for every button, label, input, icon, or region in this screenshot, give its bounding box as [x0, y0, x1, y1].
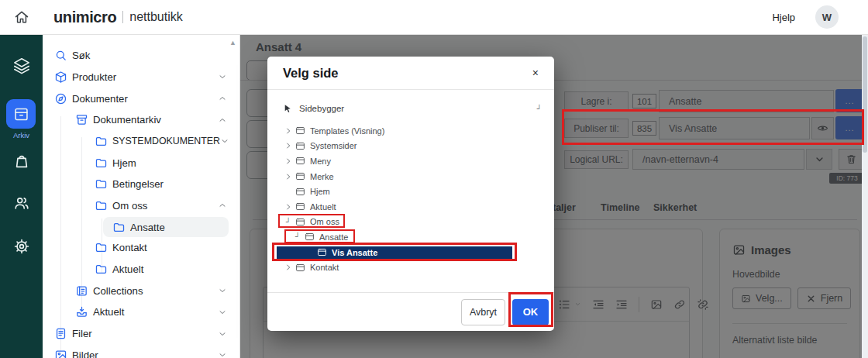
nav-item-hjem[interactable]: Hjem [43, 152, 239, 174]
tree-item-label: Templates (Visning) [310, 126, 384, 136]
shopping-bag-icon[interactable] [13, 153, 30, 170]
tree-item-hjem[interactable]: Hjem [267, 184, 554, 199]
page-icon [295, 217, 305, 227]
page-icon [295, 263, 305, 273]
nav-item-label: Bilder [72, 349, 98, 358]
nav-item-bilder[interactable]: Bilder [43, 344, 239, 358]
nav-item-label: Aktuelt [112, 263, 143, 275]
nav-item-label: Aktuelt [93, 306, 124, 318]
nav-item-dokumentarkiv[interactable]: Dokumentarkiv [43, 109, 239, 131]
chevron-down-icon[interactable] [218, 329, 227, 339]
nav-item-label: Dokumentarkiv [93, 114, 161, 126]
nav-item-label: Dokumenter [72, 93, 128, 105]
cancel-button[interactable]: Avbryt [461, 299, 505, 325]
nav-item-sok[interactable]: Søk [43, 45, 239, 67]
page-icon [295, 187, 305, 197]
nav-item-label: Søk [72, 50, 90, 61]
page-tree: Templates (Visning) Systemsider Meny Mer… [267, 123, 554, 275]
nav-item-label: Om oss [112, 200, 147, 212]
nav-item-produkter[interactable]: Produkter [43, 67, 239, 88]
app-window: unimicro nettbutikk Hjelp W Arkiv ▲ Søk … [0, 0, 868, 358]
chevron-right-icon[interactable] [284, 142, 292, 150]
nav-item-om-oss[interactable]: Om oss [43, 194, 239, 216]
chevron-down-icon[interactable] [218, 72, 227, 81]
chevron-down-icon[interactable] [218, 308, 227, 317]
rail-item-arkiv-label: Arkiv [0, 131, 43, 139]
help-link[interactable]: Hjelp [772, 12, 795, 23]
tree-item-meny[interactable]: Meny [267, 153, 554, 169]
rail-item-arkiv[interactable] [6, 99, 36, 129]
nav-item-label: Hjem [112, 157, 136, 169]
tree-item-label: Om oss [310, 217, 339, 226]
archive-icon [13, 106, 29, 122]
chevron-down-icon[interactable] [218, 286, 227, 295]
nav-item-betingelser[interactable]: Betingelser [43, 174, 239, 195]
nav-tree: Søk Produkter Dokumenter Dokumentarkiv S… [43, 45, 239, 358]
tree-item-label: Meny [310, 157, 331, 166]
collapse-icon[interactable]: ┘ [537, 105, 542, 112]
chevron-up-icon[interactable] [218, 94, 227, 103]
cursor-icon [283, 104, 293, 114]
chevron-down-icon[interactable] [218, 350, 227, 358]
chevron-up-icon[interactable] [218, 201, 227, 210]
tree-item-label: Hjem [310, 187, 330, 196]
image-icon [54, 349, 67, 358]
nav-item-dokumenter[interactable]: Dokumenter [43, 88, 239, 109]
dialog-title: Velg side [283, 66, 339, 81]
nav-panel: ▲ Søk Produkter Dokumenter Dokumentarkiv… [43, 35, 240, 358]
product-name: nettbutikk [129, 10, 182, 24]
collapse-icon[interactable]: ┘ [294, 233, 301, 240]
tree-item-kontakt[interactable]: Kontakt [267, 260, 554, 275]
brand-divider [122, 11, 123, 23]
ok-button[interactable]: OK [512, 299, 549, 325]
layers-icon[interactable] [13, 57, 30, 74]
nav-item-label: Betingelser [112, 178, 164, 190]
page-scrollbar[interactable] [862, 35, 868, 358]
nav-item-label: Produkter [72, 71, 116, 83]
compass-icon [54, 92, 67, 105]
tree-item-vis-ansatte-selected[interactable]: Vis Ansatte [277, 246, 512, 259]
chevron-right-icon[interactable] [284, 263, 292, 271]
collection-icon [75, 284, 88, 298]
tree-item-systemsider[interactable]: Systemsider [267, 139, 554, 154]
scrollbar-thumb[interactable] [863, 36, 867, 153]
nav-item-aktuelt-2[interactable]: Aktuelt [43, 301, 239, 323]
nav-item-filer[interactable]: Filer [43, 323, 239, 345]
chevron-down-icon[interactable] [220, 136, 229, 146]
users-icon[interactable] [13, 194, 30, 212]
chevron-up-icon[interactable] [218, 115, 227, 125]
chevron-right-icon[interactable] [284, 127, 292, 135]
tree-item-aktuelt[interactable]: Aktuelt [267, 199, 554, 215]
nav-item-ansatte-selected[interactable]: Ansatte [103, 217, 229, 237]
folder-icon [95, 135, 108, 148]
nav-item-kontakt[interactable]: Kontakt [43, 237, 239, 259]
chevron-right-icon[interactable] [284, 203, 292, 211]
close-icon[interactable]: × [532, 67, 539, 78]
tree-item-templates[interactable]: Templates (Visning) [267, 123, 554, 139]
page-icon [295, 171, 305, 181]
app-rail: Arkiv [0, 35, 43, 358]
folder-icon [112, 221, 126, 234]
dialog-header: Velg side × [267, 57, 554, 90]
tree-item-label: Aktuelt [310, 202, 336, 212]
tree-item-sidebygger[interactable]: Sidebygger ┘ [283, 101, 542, 116]
nav-item-aktuelt[interactable]: Aktuelt [43, 259, 239, 281]
avatar[interactable]: W [815, 5, 839, 29]
collapse-icon[interactable]: ┘ [284, 219, 292, 225]
chevron-right-icon[interactable] [284, 157, 292, 165]
home-icon [14, 9, 29, 25]
tree-item-label: Systemsider [310, 141, 357, 150]
page-icon [305, 232, 315, 242]
tree-item-label: Ansatte [319, 232, 348, 242]
tree-item-ansatte[interactable]: ┘Ansatte [267, 229, 554, 245]
gear-icon[interactable] [13, 238, 30, 255]
home-button[interactable] [0, 9, 43, 25]
archive-icon [75, 113, 88, 126]
nav-item-collections[interactable]: Collections [43, 280, 239, 301]
page-icon [295, 126, 305, 136]
tree-item-merke[interactable]: Merke [267, 169, 554, 184]
nav-item-systemdokumenter[interactable]: SYSTEMDOKUMENTER [43, 131, 239, 153]
tree-item-om-oss[interactable]: ┘Om oss [267, 215, 554, 230]
chevron-right-icon[interactable] [284, 173, 292, 181]
nav-item-label: Ansatte [130, 222, 165, 233]
